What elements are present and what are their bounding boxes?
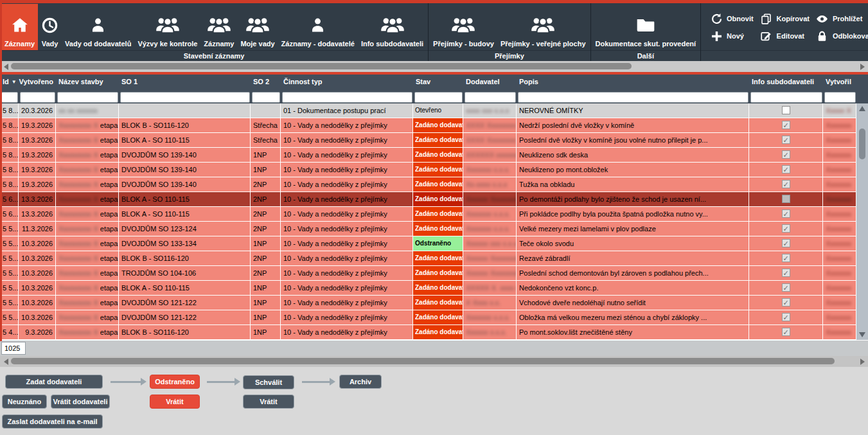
toolbar-item-moje-vady[interactable]: Moje vady (237, 4, 278, 50)
table-row[interactable]: 5 8...19.3.2026Xxxxxxxxx X etapaBLOK B -… (0, 118, 856, 133)
scroll-right-arrow-icon[interactable] (860, 64, 865, 70)
info-subdodavateli-checkbox[interactable]: ✓ (782, 283, 790, 292)
table-row[interactable]: 5 5...10.3.2026Xxxxxxxxx X etapaBLOK B -… (0, 251, 856, 266)
info-subdodavateli-checkbox[interactable]: ✓ (782, 298, 790, 306)
column-header-popis[interactable]: Popis (517, 75, 749, 89)
column-header-dodavatel[interactable]: Dodavatel (463, 75, 517, 89)
toolbar-item-vyzvy-ke-kontrole[interactable]: Výzvy ke kontrole (134, 4, 200, 50)
filter-popis-input[interactable] (518, 92, 748, 103)
cell-nazev-stavby: Xxxxxxxxx X etapa (56, 310, 119, 325)
odstraneno-button[interactable]: Odstraněno (150, 375, 200, 389)
toolbar-item-info-subdodavateli[interactable]: Info subdodavateli (358, 4, 427, 50)
toolbar-item-prejimky-budovy[interactable]: Přejímky - budovy (430, 4, 497, 50)
filter-so1-input[interactable] (120, 92, 250, 103)
toolbar-item-vady[interactable]: Vady (38, 4, 62, 50)
column-header-cinnost[interactable]: Činnost typ (281, 75, 413, 89)
table-row[interactable]: 5 6...13.3.2026Xxxxxxxxx X etapaBLOK A -… (0, 207, 856, 222)
scrollbar-thumb[interactable] (11, 358, 835, 364)
scroll-right-arrow-icon[interactable] (860, 359, 865, 365)
info-subdodavateli-checkbox[interactable]: ✓ (782, 313, 790, 321)
scroll-up-arrow-icon[interactable] (859, 106, 865, 111)
table-row[interactable]: 5 5...10.3.2026Xxxxxxxxx X etapaDVOJDŮM … (0, 310, 856, 325)
grid-vertical-scrollbar[interactable] (856, 103, 868, 340)
column-header-vytvoril[interactable]: Vytvořil (823, 75, 856, 89)
toolbar-item-zaznamy[interactable]: Záznamy (1, 4, 38, 50)
table-row[interactable]: 5 8...19.3.2026Xxxxxxxxx X etapaBLOK A -… (0, 133, 856, 148)
archiv-button[interactable]: Archiv (339, 375, 382, 389)
info-subdodavateli-checkbox[interactable]: ✓ (782, 121, 790, 129)
toolbar-item-prejimky-verejne-plochy[interactable]: Přejímky - veřejné plochy (497, 4, 589, 50)
grid-horizontal-scrollbar[interactable] (0, 356, 868, 367)
novy-button[interactable]: Nový (710, 30, 754, 42)
neuznano-button[interactable]: Neuznáno (2, 395, 47, 409)
filter-cell (119, 89, 251, 103)
obnovit-button[interactable]: Obnovit (710, 12, 754, 25)
cell-popis: Vchodové dveře nedoléhají nutno seřídit (517, 296, 749, 310)
filter-dodavatel-input[interactable] (465, 92, 516, 103)
odblokovat-button[interactable]: Odblokovat (816, 30, 868, 42)
vratit-red-button[interactable]: Vrátit (150, 395, 200, 409)
table-row[interactable]: 5 8...19.3.2026Xxxxxxxxx X etapaDVOJDŮM … (0, 148, 856, 163)
filter-nazev-input[interactable] (57, 92, 118, 103)
zadat-dodavateli-button[interactable]: Zadat dodavateli (5, 375, 103, 389)
info-subdodavateli-checkbox[interactable]: ✓ (782, 269, 790, 277)
prohlizet-button[interactable]: Prohlížet (816, 12, 868, 25)
toolbar-horizontal-scrollbar[interactable] (0, 61, 868, 72)
vratit-dodavateli-button[interactable]: Vrátit dodavateli (51, 395, 110, 409)
table-row[interactable]: 5 4...9.3.2026Xxxxxxxxx X etapaBLOK B - … (0, 325, 856, 340)
column-header-vytvoreno[interactable]: Vytvořeno (19, 75, 56, 89)
table-row[interactable]: 5 8...20.3.2026xx xx xxxxxx01 - Dokument… (0, 103, 856, 118)
cell-vytvoreno: 19.3.2026 (19, 133, 56, 148)
info-subdodavateli-checkbox[interactable] (782, 106, 790, 114)
info-subdodavateli-checkbox[interactable]: ✓ (782, 136, 790, 144)
info-subdodavateli-checkbox[interactable]: ✓ (782, 224, 790, 233)
person-icon (310, 10, 326, 40)
info-subdodavateli-checkbox[interactable]: ✓ (782, 254, 790, 262)
masked-text: Xxxxxxx (826, 136, 851, 144)
scrollbar-thumb[interactable] (11, 63, 632, 69)
filter-stav-input[interactable] (414, 92, 463, 103)
column-header-so2[interactable]: SO 2 (251, 75, 281, 89)
zaslat-dodavateli-email-button[interactable]: Zaslat dodavateli na e-mail (2, 414, 103, 429)
vratit-dark-button[interactable]: Vrátit (243, 395, 294, 409)
filter-id-input[interactable] (1, 92, 18, 103)
table-row[interactable]: 5 8...19.3.2026Xxxxxxxxx X etapaDVOJDŮM … (0, 163, 856, 177)
scrollbar-thumb[interactable] (859, 129, 865, 159)
column-header-id[interactable]: Id▼ (0, 75, 19, 89)
table-row[interactable]: 5 6...13.3.2026Xxxxxxxxx X etapaBLOK A -… (0, 192, 856, 207)
filter-info-input[interactable] (750, 92, 822, 103)
column-header-info[interactable]: Info subdodavateli (749, 75, 823, 89)
filter-cinnost-input[interactable] (282, 92, 412, 103)
table-row[interactable]: 5 5...10.3.2026Xxxxxxxxx X etapaBLOK A -… (0, 281, 856, 296)
table-row[interactable]: 5 5...10.3.2026Xxxxxxxxx X etapaDVOJDŮM … (0, 236, 856, 251)
filter-vytvoreno-input[interactable] (20, 92, 55, 103)
toolbar-item-vady-od-dodavatelu[interactable]: Vady od dodavatelů (62, 4, 134, 50)
table-row[interactable]: 5 8...19.3.2026Xxxxxxxxx X etapaDVOJDŮM … (0, 177, 856, 192)
toolbar-item-label: Přejímky - veřejné plochy (500, 40, 586, 49)
info-subdodavateli-checkbox[interactable] (782, 195, 790, 203)
filter-vytvoril-input[interactable] (824, 92, 856, 103)
schvalit-button[interactable]: Schválit (243, 375, 294, 389)
info-subdodavateli-checkbox[interactable]: ✓ (782, 209, 790, 218)
info-subdodavateli-checkbox[interactable]: ✓ (782, 165, 790, 173)
table-row[interactable]: 5 5...10.3.2026Xxxxxxxxx X etapaDVOJDŮM … (0, 296, 856, 310)
toolbar-item-zaznamy[interactable]: Záznamy (200, 4, 237, 50)
column-header-nazev[interactable]: Název stavby (56, 75, 119, 89)
filter-so2-input[interactable] (252, 92, 280, 103)
toolbar-item-zaznamy-dodavatele[interactable]: Záznamy - dodavatelé (278, 4, 358, 50)
table-row[interactable]: 5 5...11.3.2026Xxxxxxxxx X etapaDVOJDŮM … (0, 222, 856, 236)
table-row[interactable]: 5 5...10.3.2026Xxxxxxxxx X etapaTROJDŮM … (0, 266, 856, 281)
kopirovat-button[interactable]: Kopírovat (760, 12, 810, 25)
info-subdodavateli-checkbox[interactable]: ✓ (782, 150, 790, 159)
column-header-so1[interactable]: SO 1 (119, 75, 251, 89)
scroll-left-arrow-icon[interactable] (4, 64, 8, 70)
info-subdodavateli-checkbox[interactable]: ✓ (782, 328, 790, 336)
scroll-left-arrow-icon[interactable] (4, 359, 8, 365)
column-header-stav[interactable]: Stav (413, 75, 463, 89)
cell-id: 5 5... (0, 281, 19, 296)
info-subdodavateli-checkbox[interactable]: ✓ (782, 239, 790, 247)
scroll-down-arrow-icon[interactable] (859, 332, 865, 337)
info-subdodavateli-checkbox[interactable]: ✓ (782, 180, 790, 188)
toolbar-item-dokumentace-skut-provedeni[interactable]: Dokumentace skut. provedení (592, 4, 700, 50)
editovat-button[interactable]: Editovat (760, 30, 810, 42)
